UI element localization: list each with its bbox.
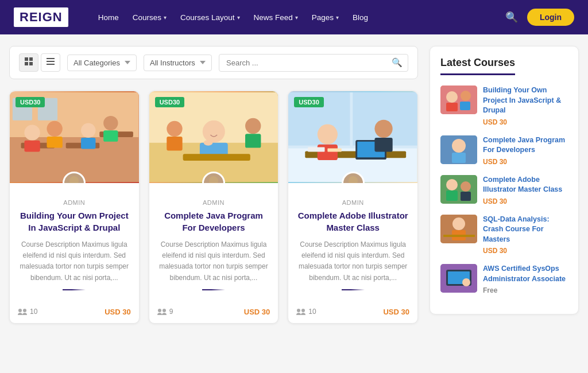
svg-point-14 [81,123,95,138]
latest-course-title[interactable]: Building Your Own Project In JavaScript … [483,86,568,116]
page-wrap: All Categories All Instructors 🔍 [0,34,588,335]
svg-point-15 [103,116,118,130]
course-thumbnail: USD30 [288,91,417,183]
nav-home[interactable]: Home [91,9,126,26]
view-toggle [19,53,60,72]
nav-links: Home Courses ▾ Courses Layout ▾ News Fee… [91,9,492,26]
card-footer: 9 USD 30 [149,303,278,323]
course-title[interactable]: Complete Adobe Illustrator Master Class [296,209,409,234]
svg-rect-61 [460,102,470,110]
latest-price: USD 30 [483,118,568,126]
latest-info: Complete Java Program For Developers USD… [483,135,568,166]
svg-point-59 [461,91,471,101]
latest-course-title[interactable]: AWS Certified SysOps Administrator Assoc… [483,264,568,284]
svg-rect-1 [29,57,33,61]
svg-point-12 [24,125,40,141]
students-count: 10 [18,308,37,316]
svg-rect-60 [446,103,458,111]
svg-point-77 [462,278,470,286]
svg-rect-48 [318,145,338,160]
course-price: USD 30 [105,308,131,316]
svg-rect-52 [328,149,342,152]
instructor-name: ADMIN [157,199,270,206]
chevron-down-icon: ▾ [295,14,298,21]
list-item: AWS Certified SysOps Administrator Assoc… [440,264,568,294]
students-icon [157,308,167,315]
svg-rect-6 [47,64,55,65]
categories-filter[interactable]: All Categories [67,55,137,71]
chevron-down-icon: ▾ [164,14,167,21]
course-title[interactable]: Complete Java Program For Developers [157,209,270,234]
grid-view-button[interactable] [19,53,38,72]
students-count: 9 [157,308,173,316]
svg-point-30 [167,121,182,137]
svg-point-35 [203,140,212,146]
price-badge: USD30 [155,97,184,107]
svg-rect-19 [103,130,118,142]
course-card: USD30 ADMIN Building Your Own Project In… [9,91,140,324]
svg-rect-0 [25,57,28,61]
svg-rect-33 [245,134,261,147]
course-thumbnail: USD30 [10,91,139,183]
instructor-name: ADMIN [18,199,131,206]
sidebar-widget: Latest Courses Building Your Own Project… [430,46,579,314]
svg-rect-68 [446,191,458,201]
login-button[interactable]: Login [527,9,574,26]
svg-rect-5 [47,61,55,62]
svg-point-67 [461,181,471,192]
instructor-name: ADMIN [296,199,409,206]
nav-pages[interactable]: Pages ▾ [305,9,346,26]
avatar-svg [204,173,223,183]
search-icon: 🔍 [392,57,403,68]
card-body: ADMIN Complete Adobe Illustrator Master … [288,183,417,303]
svg-rect-16 [24,141,40,152]
latest-course-title[interactable]: Complete Java Program For Developers [483,135,568,156]
nav-news-feed[interactable]: News Feed ▾ [247,9,305,26]
list-item: Complete Adobe Illustrator Master Class … [440,175,568,205]
search-icon[interactable]: 🔍 [505,11,518,24]
list-view-button[interactable] [41,53,60,72]
course-thumbnail: USD30 [149,91,278,183]
svg-rect-31 [167,137,182,150]
svg-point-25 [23,309,26,312]
course-title[interactable]: Building Your Own Project In JavaScript … [18,209,131,234]
svg-point-58 [446,91,458,103]
latest-thumbnail [440,175,477,204]
chevron-down-icon: ▾ [336,14,339,21]
svg-rect-4 [47,58,55,59]
course-description: Course Description Maximus ligula eleife… [296,239,409,283]
students-icon [296,308,305,315]
price-badge: USD30 [294,97,323,107]
chevron-down-icon: ▾ [237,14,240,21]
list-icon [46,57,55,66]
instructors-filter[interactable]: All Instructors [144,55,212,71]
nav-right: 🔍 Login [505,9,574,26]
svg-point-66 [446,179,458,191]
svg-rect-73 [443,235,475,237]
svg-rect-2 [25,62,28,65]
search-wrap: 🔍 [219,54,408,72]
latest-course-title[interactable]: Complete Adobe Illustrator Master Class [483,175,568,195]
course-price: USD 30 [244,308,270,316]
svg-point-28 [202,121,225,143]
latest-info: Building Your Own Project In JavaScript … [483,86,568,126]
svg-rect-57 [440,86,477,114]
course-description: Course Description Maximus ligula eleife… [18,239,131,283]
price-badge: USD30 [16,97,45,107]
card-footer: 10 USD 30 [288,303,417,323]
svg-point-36 [209,176,218,183]
card-divider [63,289,86,290]
svg-point-13 [47,121,62,137]
avatar-svg [64,173,84,183]
nav-courses[interactable]: Courses ▾ [126,9,173,26]
svg-point-71 [452,217,465,230]
nav-blog[interactable]: Blog [346,9,375,26]
search-input[interactable] [219,54,408,72]
card-divider [202,289,225,290]
latest-course-title[interactable]: SQL-Data Analysis: Crash Course For Mast… [483,215,568,245]
svg-point-38 [158,309,161,312]
svg-rect-69 [461,192,471,201]
latest-price: Free [483,286,568,294]
latest-info: Complete Adobe Illustrator Master Class … [483,175,568,205]
nav-courses-layout[interactable]: Courses Layout ▾ [173,9,247,26]
